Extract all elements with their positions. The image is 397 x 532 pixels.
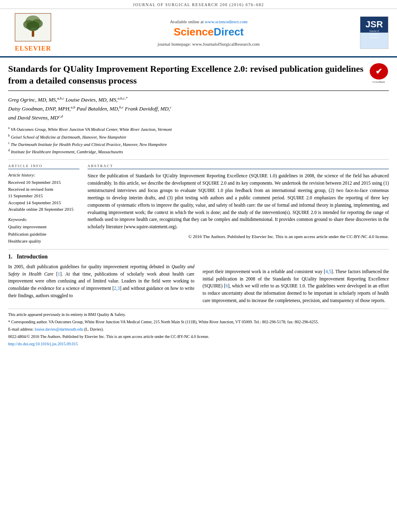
- footer-note-2: * Corresponding author. VA Outcomes Grou…: [8, 319, 389, 325]
- history-revised-date: 11 September 2015: [8, 192, 79, 199]
- main-content: Standards for QUality Improvement Report…: [0, 57, 397, 352]
- author-daisy: Daisy Goodman, DNP, MPH,a,b: [8, 106, 75, 112]
- ref-4-link[interactable]: 4,5: [325, 269, 331, 274]
- keywords-label: Keywords:: [8, 217, 79, 222]
- section1-title-text: Introduction: [17, 254, 48, 260]
- author-paul: Paul Batalden, MD,b,c: [77, 106, 123, 112]
- abstract-text: Since the publication of Standards for Q…: [88, 172, 389, 231]
- journal-homepage-link[interactable]: www.JournalofSurgicalResearch.com: [192, 42, 260, 46]
- intro-col-left: 1. Introduction In 2005, draft publicati…: [8, 254, 195, 305]
- available-online-text: Available online at www.sciencedirect.co…: [170, 19, 248, 24]
- section1-number: 1.: [8, 254, 13, 260]
- footer-note-3: E-mail address: louise.davies@dartmouth.…: [8, 326, 389, 332]
- author-david: and David Stevens, MDc,d: [8, 115, 63, 121]
- header-area: ELSEVIER Available online at www.science…: [0, 9, 397, 57]
- affiliation-a: a VA Outcomes Group, White River Junctio…: [8, 126, 389, 132]
- authors-block: Greg Ogrinc, MD, MS,a,b,c Louise Davies,…: [8, 95, 389, 122]
- jsr-letters: JSR: [366, 20, 383, 29]
- journal-bar: JOURNAL OF SURGICAL RESEARCH 200 (2016) …: [0, 0, 397, 9]
- crossmark-badge[interactable]: ✔ CrossMark: [368, 63, 389, 84]
- footer-note-4: 0022-4804/© 2016 The Authors. Published …: [8, 333, 389, 340]
- article-info-column: ARTICLE INFO Article history: Received 1…: [8, 164, 79, 245]
- affiliation-d: d Institute for Healthcare Improvement, …: [8, 148, 389, 155]
- affiliation-b: b Geisel School of Medicine at Dartmouth…: [8, 133, 389, 140]
- elsevier-logo: ELSEVIER: [15, 13, 51, 52]
- jsr-logo: JSR Journal ofSurgicalResearch: [360, 16, 388, 49]
- abstract-column: ABSTRACT Since the publication of Standa…: [88, 164, 389, 245]
- title-text-block: Standards for QUality Improvement Report…: [8, 63, 364, 86]
- ref-2-link[interactable]: 2,3: [114, 286, 120, 291]
- jsr-subtitle: Journal ofSurgicalResearch: [368, 29, 380, 40]
- svg-rect-5: [32, 31, 34, 37]
- title-section: Standards for QUality Improvement Report…: [8, 63, 389, 91]
- sciencedirect-brand: ScienceDirect: [174, 26, 244, 38]
- header-right: JSR Journal ofSurgicalResearch: [358, 13, 390, 52]
- ref-1-link[interactable]: 1: [58, 272, 60, 276]
- keyword-3: Healthcare quality: [8, 238, 79, 245]
- crossmark-icon: ✔: [370, 63, 388, 79]
- elsevier-brand-text: ELSEVIER: [15, 45, 51, 52]
- history-received: Received 10 September 2015: [8, 179, 79, 186]
- author-frank: Frank Davidoff, MD,c: [125, 106, 171, 112]
- section1-title: 1. Introduction: [8, 254, 195, 260]
- affiliation-c: c The Dartmouth Institute for Health Pol…: [8, 141, 389, 148]
- elsevier-tree-icon: [15, 13, 51, 42]
- intro-text-right: report their improvement work in a relia…: [203, 268, 389, 305]
- footer-email-link[interactable]: louise.davies@dartmouth.edu: [35, 327, 83, 331]
- footer-doi: http://dx.doi.org/10.1016/j.jss.2015.09.…: [8, 341, 389, 347]
- section-divider: [8, 249, 389, 249]
- sciencedirect-url-link[interactable]: www.sciencedirect.com: [205, 19, 248, 24]
- header-left: ELSEVIER: [7, 13, 59, 52]
- footer-notes: This article appeared previously in its …: [8, 309, 389, 347]
- history-online: Available online 28 September 2015: [8, 206, 79, 213]
- author-greg: Greg Ogrinc, MD, MS,a,b,c: [8, 97, 64, 103]
- info-abstract-columns: ARTICLE INFO Article history: Received 1…: [8, 164, 389, 245]
- abstract-header: ABSTRACT: [88, 164, 389, 169]
- intro-text-left: In 2005, draft publication guidelines fo…: [8, 263, 195, 300]
- crossmark-label: CrossMark: [372, 80, 385, 84]
- history-accepted: Accepted 14 September 2015: [8, 199, 79, 206]
- journal-homepage-text: journal homepage: www.JournalofSurgicalR…: [158, 42, 260, 46]
- svg-point-4: [26, 21, 39, 31]
- keyword-1: Quality improvement: [8, 223, 79, 231]
- journal-bar-text: JOURNAL OF SURGICAL RESEARCH 200 (2016) …: [133, 2, 264, 7]
- intro-col-right: report their improvement work in a relia…: [203, 254, 389, 305]
- history-revised-label: Received in revised form: [8, 186, 79, 193]
- article-info-header: ARTICLE INFO: [8, 164, 79, 169]
- article-history-label: Article history:: [8, 172, 79, 177]
- ref-6-link[interactable]: 6: [226, 283, 228, 288]
- header-center: Available online at www.sciencedirect.co…: [64, 13, 354, 52]
- affiliations-block: a VA Outcomes Group, White River Junctio…: [8, 126, 389, 160]
- keyword-2: Publication guideline: [8, 231, 79, 238]
- abstract-copyright: © 2016 The Authors. Published by Elsevie…: [88, 233, 389, 240]
- article-title: Standards for QUality Improvement Report…: [8, 63, 364, 86]
- footer-note-1: This article appeared previously in its …: [8, 311, 389, 318]
- author-louise: Louise Davies, MD, MS,a,b,c,*: [66, 97, 127, 103]
- doi-link[interactable]: http://dx.doi.org/10.1016/j.jss.2015.09.…: [8, 342, 78, 346]
- introduction-section: 1. Introduction In 2005, draft publicati…: [8, 254, 389, 305]
